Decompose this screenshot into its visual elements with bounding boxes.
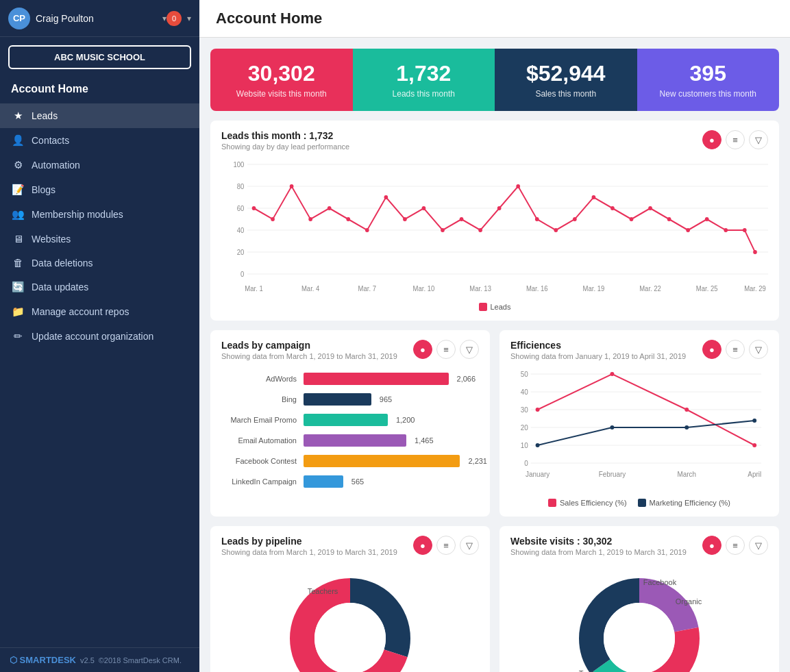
svg-point-22 — [441, 228, 445, 232]
website-visits-title: Website visits : 30,302 — [510, 536, 687, 547]
account-badge[interactable]: ABC MUSIC SCHOOL — [8, 45, 191, 69]
eff-chart-btn[interactable]: ● — [702, 340, 721, 359]
svg-point-18 — [365, 228, 369, 232]
data-updates-icon: 🔄 — [11, 281, 25, 293]
svg-text:Mar. 19: Mar. 19 — [583, 285, 605, 293]
leads-chart-filter-btn[interactable]: ▽ — [749, 130, 768, 149]
svg-point-13 — [271, 217, 275, 221]
visits-filter-btn[interactable]: ▽ — [749, 536, 768, 555]
svg-point-15 — [308, 217, 312, 221]
contacts-icon: 👤 — [11, 134, 25, 147]
sidebar-item-data-deletions[interactable]: 🗑 Data deletions — [0, 251, 199, 275]
svg-text:Mar. 13: Mar. 13 — [469, 285, 491, 293]
sidebar-item-label: Manage account repos — [32, 306, 129, 317]
bar-label: AdWords — [221, 375, 304, 383]
bar-track: 565 — [304, 475, 479, 488]
leads-chart-subtitle: Showing day by day lead performance — [221, 142, 349, 151]
svg-text:Mar. 22: Mar. 22 — [639, 285, 661, 293]
bar-value: 2,231 — [464, 455, 489, 467]
visits-list-btn[interactable]: ≡ — [726, 536, 745, 555]
svg-text:Mar. 25: Mar. 25 — [696, 285, 718, 293]
svg-point-64 — [684, 408, 689, 412]
sidebar-item-manage-repos[interactable]: 📁 Manage account repos — [0, 299, 199, 324]
blogs-icon: 📝 — [11, 184, 25, 196]
sidebar-item-automation[interactable]: ⚙ Automation — [0, 153, 199, 177]
leads-by-pipeline-subtitle: Showing data from March 1, 2019 to March… — [221, 548, 397, 556]
efficiencies-title: Efficiences — [510, 340, 686, 351]
bar-row: Facebook Contest2,231 — [221, 455, 479, 467]
stat-label-sales: Sales this month — [535, 89, 596, 99]
svg-point-65 — [752, 443, 756, 447]
sidebar-item-websites[interactable]: 🖥 Websites — [0, 227, 199, 251]
leads-chart-pie-btn[interactable]: ● — [702, 130, 721, 149]
leads-chart-list-btn[interactable]: ≡ — [726, 130, 745, 149]
svg-point-66 — [536, 443, 540, 447]
pipeline-chart-btn[interactable]: ● — [413, 536, 432, 555]
sales-eff-legend-item: Sales Efficiency (%) — [548, 499, 627, 507]
eff-list-btn[interactable]: ≡ — [726, 340, 745, 359]
visits-chart-btn[interactable]: ● — [702, 536, 721, 555]
bar-row: LinkedIn Campaign565 — [221, 475, 479, 488]
page-header: Account Home — [199, 0, 790, 38]
stat-card-leads: 1,732 Leads this month — [353, 49, 495, 111]
svg-point-28 — [554, 228, 558, 232]
pipeline-list-btn[interactable]: ≡ — [436, 536, 456, 555]
sidebar-item-update-org[interactable]: ✏ Update account organization — [0, 324, 199, 349]
leads-line-chart: 100 80 60 40 20 0 — [221, 158, 768, 297]
svg-text:30: 30 — [521, 406, 528, 414]
bar-row: Bing965 — [221, 393, 479, 406]
leads-chart-section: Leads this month : 1,732 Showing day by … — [210, 121, 779, 321]
bar-label: Facebook Contest — [221, 457, 304, 465]
sidebar-item-membership[interactable]: 👥 Membership modules — [0, 202, 199, 227]
stat-label-visits: Website visits this month — [236, 89, 327, 99]
bar-row: Email Automation1,465 — [221, 434, 479, 447]
svg-point-67 — [610, 425, 614, 430]
leads-chart-title-block: Leads this month : 1,732 Showing day by … — [221, 130, 349, 151]
sidebar-item-label: Contacts — [32, 135, 69, 146]
svg-point-16 — [328, 206, 332, 210]
efficiencies-title-block: Efficiences Showing data from January 1,… — [510, 340, 686, 360]
sidebar-item-label: Blogs — [32, 184, 55, 195]
leads-by-pipeline-header: Leads by pipeline Showing data from Marc… — [221, 536, 479, 556]
sidebar-item-blogs[interactable]: 📝 Blogs — [0, 177, 199, 202]
notification-count: 0 — [172, 14, 176, 23]
automation-icon: ⚙ — [11, 159, 25, 171]
sidebar-item-data-updates[interactable]: 🔄 Data updates — [0, 275, 199, 299]
sidebar-item-leads[interactable]: ★ Leads — [0, 103, 199, 128]
bar-track: 2,231 — [304, 455, 479, 467]
leads-by-campaign-section: Leads by campaign Showing data from Marc… — [210, 330, 490, 517]
pipeline-donut-chart: Teachers Students — [221, 563, 479, 672]
user-profile-header[interactable]: CP Craig Poulton ▾ 0 ▾ — [0, 0, 199, 37]
leads-chart-header: Leads this month : 1,732 Showing day by … — [221, 130, 768, 151]
bar-value: 565 — [347, 475, 372, 488]
efficiencies-section: Efficiences Showing data from January 1,… — [499, 330, 779, 517]
campaign-filter-btn[interactable]: ▽ — [460, 340, 479, 359]
svg-point-30 — [592, 195, 596, 199]
website-visits-donut-chart: Facebook Organic Twitter AdWords — [510, 563, 768, 672]
eff-filter-btn[interactable]: ▽ — [749, 340, 768, 359]
leads-icon: ★ — [11, 110, 25, 122]
svg-point-68 — [684, 425, 689, 430]
svg-point-27 — [535, 217, 539, 221]
sidebar-item-label: Automation — [32, 160, 80, 171]
svg-text:Mar. 7: Mar. 7 — [358, 285, 376, 293]
sidebar-item-contacts[interactable]: 👤 Contacts — [0, 128, 199, 153]
campaign-chart-btn[interactable]: ● — [413, 340, 432, 359]
svg-point-31 — [610, 206, 615, 210]
menu-expand-icon[interactable]: ▾ — [187, 14, 191, 23]
leads-by-campaign-controls: ● ≡ ▽ — [413, 340, 479, 359]
bar-label: Bing — [221, 395, 304, 403]
svg-text:Mar. 1: Mar. 1 — [245, 285, 262, 293]
notification-bell[interactable]: 0 — [166, 11, 182, 26]
pipeline-filter-btn[interactable]: ▽ — [460, 536, 479, 555]
two-col-row-1: Leads by campaign Showing data from Marc… — [210, 330, 779, 517]
campaign-list-btn[interactable]: ≡ — [436, 340, 456, 359]
svg-point-69 — [752, 419, 756, 423]
svg-point-12 — [252, 206, 256, 210]
svg-point-14 — [290, 184, 294, 188]
sidebar-item-label: Leads — [32, 110, 58, 121]
svg-text:April: April — [748, 471, 761, 478]
svg-text:Facebook: Facebook — [643, 578, 677, 586]
bar-value: 1,465 — [410, 434, 435, 447]
smartdesk-logo: ⬡ SMARTDESK — [10, 655, 76, 665]
